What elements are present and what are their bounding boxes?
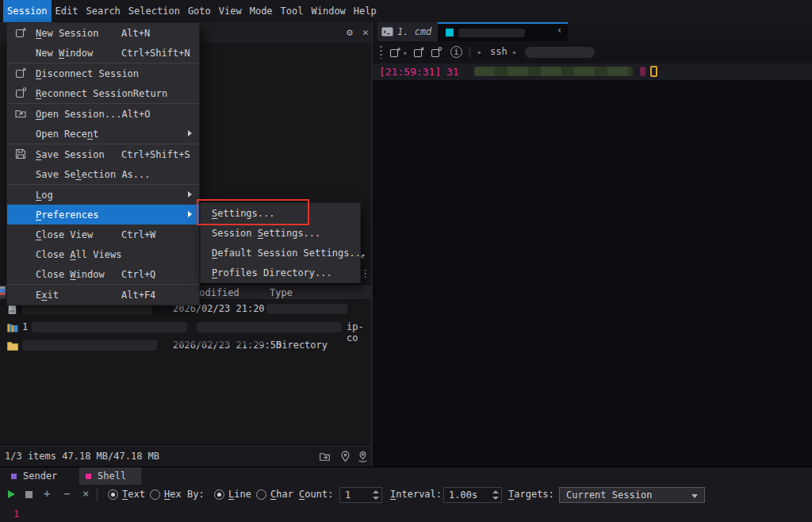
menu-item-save-selection-as[interactable]: Save Selection As... bbox=[7, 164, 199, 184]
new-session-icon[interactable] bbox=[389, 46, 401, 59]
spinner-buttons[interactable] bbox=[372, 489, 379, 501]
submenu-item-label: Session Settings... bbox=[212, 228, 320, 239]
terminal-panel: 1. cmd ‹ ▾ i ▸ bbox=[373, 22, 812, 466]
count-spinbox[interactable]: 1 bbox=[339, 487, 382, 503]
save-session-icon bbox=[14, 148, 27, 160]
file-row[interactable]: 1 ip-co bbox=[0, 319, 371, 336]
menu-edit[interactable]: Edit bbox=[52, 0, 82, 22]
tab-sender[interactable]: Sender bbox=[6, 467, 73, 485]
redacted-text bbox=[197, 322, 341, 332]
menu-item-exit[interactable]: Exit Alt+F4 bbox=[7, 285, 199, 305]
menu-session[interactable]: Session bbox=[3, 0, 52, 22]
reconnect-session-icon bbox=[14, 86, 27, 99]
menu-selection[interactable]: Selection bbox=[124, 0, 184, 22]
menu-goto[interactable]: Goto bbox=[184, 0, 215, 22]
clear-button[interactable]: × bbox=[82, 487, 89, 500]
menu-item-shortcut: Alt+O bbox=[121, 109, 150, 120]
open-location-icon[interactable] bbox=[318, 450, 331, 463]
radio-text[interactable] bbox=[108, 489, 118, 500]
menu-view[interactable]: View bbox=[215, 0, 246, 22]
menu-item-reconnect-session[interactable]: Reconnect Session Return bbox=[7, 83, 199, 103]
menu-item-open-recent[interactable]: Open Recent bbox=[7, 124, 199, 144]
menu-help[interactable]: Help bbox=[350, 0, 381, 22]
breadcrumb-protocol[interactable]: ssh bbox=[490, 46, 508, 57]
menu-item-shortcut: Ctrl+W bbox=[121, 229, 155, 240]
location-pin-icon[interactable] bbox=[339, 450, 352, 463]
menu-item-close-all-views[interactable]: Close All Views bbox=[7, 244, 199, 264]
menu-item-shortcut: Alt+N bbox=[121, 28, 150, 39]
file-row[interactable]: 2026/02/23 21:29:55 Directory bbox=[0, 337, 371, 355]
menu-item-log[interactable]: Log bbox=[7, 185, 199, 205]
menu-item-label: Log bbox=[36, 190, 121, 201]
toolbar-grip-handle[interactable] bbox=[380, 46, 382, 59]
menu-item-preferences[interactable]: Preferences bbox=[7, 205, 199, 225]
tab-scroll-left-icon[interactable]: ‹ bbox=[557, 25, 562, 35]
menu-item-open-session[interactable]: Open Session... Alt+O bbox=[7, 104, 199, 124]
bottom-panel: Sender Shell + − × Text Hex By: Line Cha… bbox=[0, 466, 812, 522]
menu-item-label: Exit bbox=[36, 290, 121, 301]
annotation-red-box bbox=[197, 199, 309, 225]
radio-line[interactable] bbox=[214, 489, 224, 500]
menu-item-disconnect-session[interactable]: Disconnect Session bbox=[7, 63, 199, 83]
radio-line-label[interactable]: Line bbox=[228, 489, 251, 500]
redaction-smudge bbox=[170, 339, 265, 345]
status-text: 1/3 items 47.18 MB/47.18 MB bbox=[5, 451, 159, 462]
track-location-icon[interactable] bbox=[356, 450, 370, 463]
menu-item-save-session[interactable]: Save Session Ctrl+Shift+S bbox=[7, 144, 199, 164]
open-session-icon bbox=[14, 107, 27, 120]
breadcrumb-arrow-icon: ▸ bbox=[477, 48, 482, 56]
partially-hidden-icon bbox=[0, 286, 6, 298]
add-button[interactable]: + bbox=[44, 487, 50, 500]
interval-spinbox[interactable]: 1.00s bbox=[443, 487, 502, 503]
spinner-buttons[interactable] bbox=[492, 489, 499, 501]
count-label: Count: bbox=[299, 489, 333, 500]
submenu-arrow-icon bbox=[188, 130, 192, 136]
tab-shell[interactable]: Shell bbox=[79, 467, 141, 485]
session-menu: New Session Alt+N New Window Ctrl+Shift+… bbox=[6, 22, 200, 305]
by-label: By: bbox=[187, 489, 205, 500]
targets-dropdown[interactable]: Current Session bbox=[559, 487, 705, 503]
radio-char-label[interactable]: Char bbox=[270, 489, 293, 500]
menu-item-label: Open Recent bbox=[36, 129, 121, 140]
send-play-button[interactable] bbox=[8, 490, 15, 498]
menu-tool[interactable]: Tool bbox=[277, 0, 308, 22]
session-status-square-icon bbox=[446, 29, 454, 36]
menu-item-new-window[interactable]: New Window Ctrl+Shift+N bbox=[7, 43, 199, 63]
submenu-item-session-settings[interactable]: Session Settings... bbox=[201, 223, 360, 243]
submenu-item-default-session-settings[interactable]: Default Session Settings... bbox=[201, 243, 360, 263]
submenu-arrow-icon bbox=[188, 191, 192, 198]
dropdown-arrow-icon bbox=[691, 494, 698, 498]
menu-item-close-window[interactable]: Close Window Ctrl+Q bbox=[7, 264, 199, 284]
redacted-text bbox=[266, 304, 347, 314]
menu-item-label: Reconnect Session bbox=[36, 88, 133, 99]
submenu-item-profiles-directory[interactable]: Profiles Directory... bbox=[201, 263, 360, 282]
radio-hex[interactable] bbox=[150, 489, 160, 500]
file-panel-menu-icon[interactable]: ⋮ bbox=[360, 268, 370, 278]
radio-text-label[interactable]: Text bbox=[122, 489, 145, 500]
terminal-body[interactable] bbox=[373, 80, 812, 466]
menu-window[interactable]: Window bbox=[308, 0, 350, 22]
disconnect-session-icon[interactable] bbox=[412, 46, 425, 59]
menu-item-new-session[interactable]: New Session Alt+N bbox=[7, 23, 199, 43]
menu-item-close-view[interactable]: Close View Ctrl+W bbox=[7, 225, 199, 244]
tab-active-session[interactable] bbox=[438, 22, 568, 41]
column-type[interactable]: Type bbox=[270, 287, 293, 298]
menu-mode[interactable]: Mode bbox=[246, 0, 277, 22]
info-icon[interactable]: i bbox=[450, 46, 462, 58]
radio-hex-label[interactable]: Hex bbox=[164, 489, 182, 500]
remove-button[interactable]: − bbox=[63, 487, 70, 500]
gear-icon[interactable]: ⚙ bbox=[347, 27, 353, 37]
column-modified[interactable]: Modified bbox=[193, 287, 239, 298]
zip-folder-icon bbox=[6, 321, 19, 334]
reconnect-session-icon[interactable] bbox=[430, 46, 442, 59]
stop-button[interactable] bbox=[25, 491, 33, 498]
shell-content[interactable]: 1 bbox=[0, 505, 812, 522]
radio-char[interactable] bbox=[256, 489, 266, 500]
new-session-dropdown-caret-icon[interactable]: ▾ bbox=[403, 49, 407, 57]
menu-search[interactable]: Search bbox=[82, 0, 124, 22]
submenu-item-label: Default Session Settings... bbox=[212, 248, 366, 259]
panel-close-icon[interactable]: × bbox=[362, 27, 369, 37]
app-window: Session Edit Search Selection Goto View … bbox=[0, 0, 812, 522]
menu-item-label: Disconnect Session bbox=[36, 68, 139, 79]
tab-cmd[interactable]: 1. cmd bbox=[377, 22, 438, 41]
